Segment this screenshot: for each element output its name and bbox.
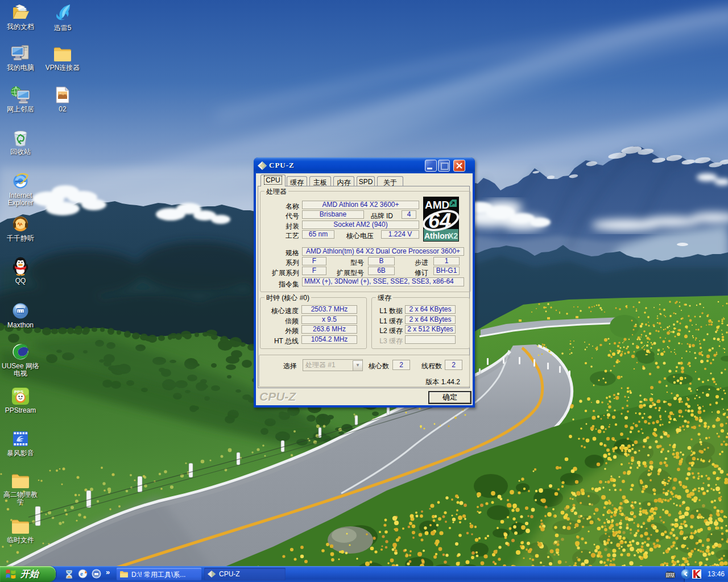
svg-text:Athlon: Athlon xyxy=(424,231,449,240)
svg-text:e: e xyxy=(80,570,83,577)
svg-text:X2: X2 xyxy=(448,231,458,240)
svg-text:64: 64 xyxy=(428,209,451,232)
